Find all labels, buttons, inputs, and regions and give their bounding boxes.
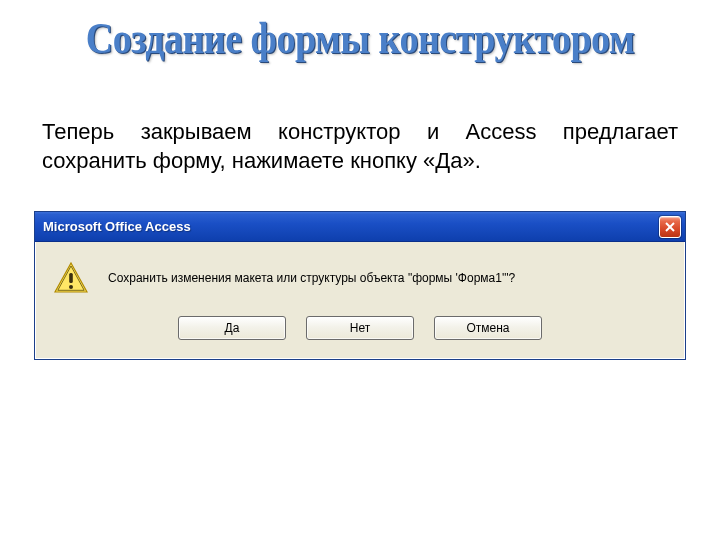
dialog-button-row: Да Нет Отмена <box>54 316 666 340</box>
svg-point-5 <box>69 285 73 289</box>
no-button[interactable]: Нет <box>306 316 414 340</box>
warning-icon <box>54 262 88 294</box>
dialog-body: Сохранить изменения макета или структуры… <box>35 242 685 359</box>
dialog-title: Microsoft Office Access <box>43 219 191 234</box>
svg-rect-4 <box>69 273 73 283</box>
slide-title: Создание формы конструктором <box>0 0 720 63</box>
slide-body-text: Теперь закрываем конструктор и Access пр… <box>0 58 720 175</box>
dialog-content-row: Сохранить изменения макета или структуры… <box>54 262 666 294</box>
close-button[interactable] <box>659 216 681 238</box>
dialog-window: Microsoft Office Access Сохранить измене… <box>34 211 686 360</box>
close-icon <box>665 218 675 236</box>
yes-button[interactable]: Да <box>178 316 286 340</box>
dialog-message: Сохранить изменения макета или структуры… <box>108 271 515 285</box>
dialog-titlebar: Microsoft Office Access <box>35 212 685 242</box>
cancel-button[interactable]: Отмена <box>434 316 542 340</box>
